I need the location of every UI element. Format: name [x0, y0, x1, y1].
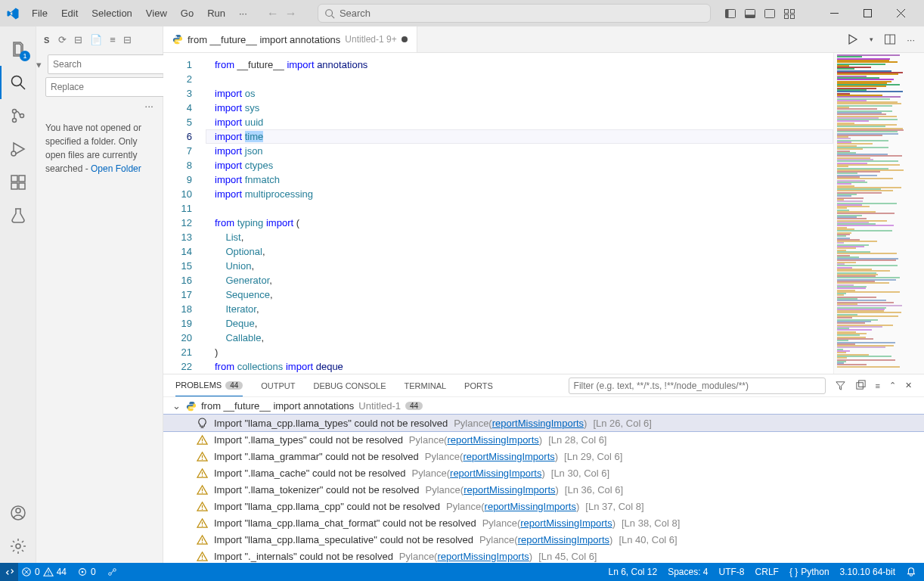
close-icon[interactable]	[885, 1, 918, 26]
problem-code-link[interactable]: reportMissingImports	[447, 434, 538, 446]
maximize-panel-icon[interactable]: ⌃	[889, 381, 896, 390]
status-python-interpreter[interactable]: 3.10.10 64-bit	[840, 567, 895, 577]
minimize-icon[interactable]	[818, 1, 851, 26]
search-field[interactable]	[53, 59, 166, 70]
problem-row[interactable]: Import "llama_cpp.llama_cpp" could not b…	[163, 498, 924, 514]
menu-go[interactable]: Go	[175, 5, 200, 22]
menu-run[interactable]: Run	[201, 5, 231, 22]
problem-code-link[interactable]: reportMissingImports	[485, 501, 576, 512]
extensions-icon[interactable]	[0, 166, 36, 199]
status-notifications-icon[interactable]	[906, 567, 916, 577]
menu-view[interactable]: View	[140, 5, 173, 22]
problem-code-link[interactable]: reportMissingImports	[520, 517, 612, 529]
status-indent[interactable]: Spaces: 4	[668, 567, 708, 577]
layout-sidebar-right-icon[interactable]	[764, 8, 776, 20]
nav-forward-icon[interactable]: →	[285, 7, 297, 20]
chevron-down-icon[interactable]: ⌄	[172, 400, 181, 412]
problems-filter-input[interactable]	[569, 377, 826, 394]
problem-row[interactable]: Import ".llama_types" could not be resol…	[163, 431, 924, 448]
command-center[interactable]: Search	[318, 4, 711, 23]
problem-row[interactable]: Import ".llama_grammar" could not be res…	[163, 448, 924, 464]
open-folder-link[interactable]: Open Folder	[91, 163, 141, 174]
remote-indicator[interactable]	[0, 563, 18, 581]
layout-customize-icon[interactable]	[783, 8, 795, 20]
search-activity-icon[interactable]	[0, 66, 36, 99]
layout-panel-icon[interactable]	[744, 8, 756, 20]
status-ports[interactable]: 0	[77, 567, 96, 577]
explorer-icon[interactable]: 1	[0, 33, 36, 66]
warning-icon	[197, 517, 208, 529]
run-icon[interactable]	[847, 33, 859, 45]
clear-icon[interactable]: ⊟	[74, 34, 82, 45]
filter-icon[interactable]	[835, 380, 846, 391]
tab-output[interactable]: OUTPUT	[261, 374, 295, 396]
tab-terminal[interactable]: TERMINAL	[404, 374, 446, 396]
new-search-editor-icon[interactable]: 📄	[90, 34, 102, 45]
run-dropdown-icon[interactable]: ▾	[870, 36, 873, 43]
replace-input[interactable]: AB	[45, 77, 179, 97]
tab-description: Untitled-1 9+	[345, 34, 396, 45]
svg-point-27	[16, 544, 20, 548]
problem-row[interactable]: Import ".llama_tokenizer" could not be r…	[163, 481, 924, 498]
editor-tab[interactable]: from __future__ import annotations Untit…	[163, 26, 417, 52]
menu-file[interactable]: File	[26, 5, 54, 22]
problem-location: [Ln 38, Col 8]	[622, 517, 680, 529]
refresh-icon[interactable]: ⟳	[58, 34, 67, 45]
svg-point-26	[16, 508, 20, 513]
problem-code-link[interactable]: reportMissingImports	[437, 551, 529, 562]
problem-row[interactable]: Import "llama_cpp.llama_types" could not…	[163, 415, 924, 431]
tab-problems[interactable]: PROBLEMS 44	[175, 374, 243, 396]
status-encoding[interactable]: UTF-8	[719, 567, 745, 577]
svg-rect-23	[19, 183, 25, 189]
problem-row[interactable]: Import ".llama_cache" could not be resol…	[163, 464, 924, 481]
layout-sidebar-left-icon[interactable]	[724, 8, 736, 20]
menu-selection[interactable]: Selection	[85, 5, 138, 22]
editor[interactable]: 12345678910111213141516171819202122 from…	[163, 53, 924, 374]
scm-icon[interactable]	[0, 99, 36, 132]
maximize-icon[interactable]	[851, 1, 885, 26]
nav-back-icon[interactable]: ←	[267, 7, 279, 20]
tab-debug-console[interactable]: DEBUG CONSOLE	[314, 374, 386, 396]
toggle-replace-icon[interactable]: ▾	[36, 59, 42, 70]
more-actions-icon[interactable]: ···	[907, 34, 915, 45]
debug-icon[interactable]	[0, 132, 36, 166]
testing-icon[interactable]	[0, 199, 36, 232]
problem-code-link[interactable]: reportMissingImports	[450, 468, 541, 479]
status-errors[interactable]: 0 44	[21, 567, 67, 577]
file-name: from __future__ import annotations	[201, 400, 354, 412]
menu-edit[interactable]: Edit	[55, 5, 84, 22]
close-panel-icon[interactable]: ✕	[905, 381, 912, 390]
view-as-tree-icon[interactable]: ≡	[110, 34, 116, 45]
warning-icon	[197, 501, 208, 512]
problem-source: Pylance(reportMissingImports)	[454, 418, 587, 429]
split-editor-icon[interactable]	[884, 33, 896, 45]
replace-field[interactable]	[51, 82, 164, 92]
menu-···[interactable]: ···	[233, 5, 253, 22]
problem-row[interactable]: Import "llama_cpp.llama_speculative" cou…	[163, 531, 924, 548]
problem-code-link[interactable]: reportMissingImports	[463, 451, 554, 462]
svg-line-57	[111, 570, 113, 573]
status-live-share[interactable]	[107, 567, 117, 577]
problem-row[interactable]: Import "llama_cpp.llama_chat_format" cou…	[163, 514, 924, 531]
minimap[interactable]	[833, 53, 924, 374]
problem-code-link[interactable]: reportMissingImports	[518, 534, 609, 545]
titlebar: FileEditSelectionViewGoRun··· ← → Search	[0, 0, 924, 26]
settings-gear-icon[interactable]	[0, 530, 36, 563]
problems-file-row[interactable]: ⌄ from __future__ import annotations Unt…	[163, 397, 924, 415]
problem-code-link[interactable]: reportMissingImports	[464, 484, 555, 496]
view-as-list-icon[interactable]: ≡	[876, 381, 880, 390]
status-eol[interactable]: CRLF	[755, 567, 779, 577]
accounts-icon[interactable]	[0, 496, 36, 530]
status-language[interactable]: { }Python	[789, 567, 829, 577]
problem-code-link[interactable]: reportMissingImports	[492, 418, 584, 429]
problems-list: ⌄ from __future__ import annotations Unt…	[163, 397, 924, 563]
code-area[interactable]: from __future__ import annotations impor…	[206, 53, 833, 374]
problem-row[interactable]: Import "._internals" could not be resolv…	[163, 548, 924, 563]
toggle-search-details-icon[interactable]: ···	[36, 98, 163, 113]
collapse-icon[interactable]: ⊟	[123, 34, 132, 45]
status-line-col[interactable]: Ln 6, Col 12	[608, 567, 657, 577]
problem-location: [Ln 40, Col 6]	[619, 534, 677, 545]
svg-rect-6	[764, 9, 774, 17]
tab-ports[interactable]: PORTS	[464, 374, 493, 396]
collapse-all-icon[interactable]	[855, 380, 867, 391]
